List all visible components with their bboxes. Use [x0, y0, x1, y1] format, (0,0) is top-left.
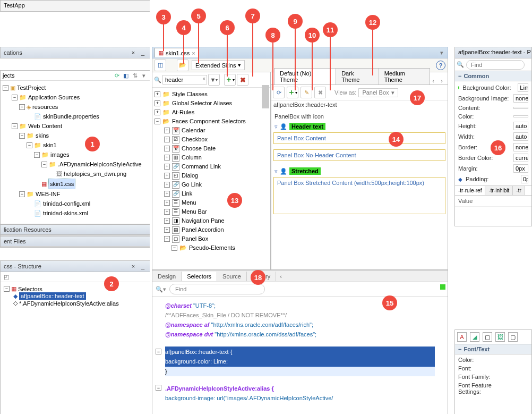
source-find-input[interactable] — [169, 284, 265, 294]
tree-trinidad-skins[interactable]: trinidad-skins.xml — [43, 208, 88, 218]
bg-color-value[interactable]: Lime — [518, 83, 528, 92]
font-color-icon[interactable]: A — [457, 332, 467, 342]
application-selector[interactable]: TestApp — [0, 0, 150, 12]
minimize-icon[interactable]: _ — [139, 49, 147, 56]
bg-image-value[interactable]: none — [513, 94, 528, 103]
tree-images[interactable]: images — [50, 150, 69, 159]
tool-icon[interactable]: ◰ — [3, 273, 10, 281]
sel-faces-component[interactable]: Faces Component Selectors — [172, 117, 246, 126]
expander-icon[interactable]: + — [164, 155, 170, 160]
padding-value[interactable]: 0px — [521, 175, 528, 183]
expander-icon[interactable]: + — [155, 100, 160, 106]
selectors-root[interactable]: Selectors — [18, 286, 42, 292]
selectors-tab[interactable]: Selectors — [182, 272, 217, 281]
margin-value[interactable]: 0px — [513, 164, 528, 173]
border-value[interactable]: none — [513, 143, 528, 151]
tree-trinidad-config[interactable]: trinidad-config.xml — [43, 199, 90, 208]
sel-menu-bar[interactable]: Menu Bar — [182, 207, 207, 216]
tree-skins[interactable]: skins — [36, 131, 49, 140]
sel-global-aliases[interactable]: Global Selector Aliases — [172, 99, 232, 108]
height-value[interactable]: auto — [513, 122, 528, 130]
sel-choose-date[interactable]: Choose Date — [182, 144, 216, 153]
tree-resources[interactable]: resources — [32, 102, 58, 112]
tab-menu-icon[interactable]: ▾ — [438, 49, 445, 56]
expander-icon[interactable]: + — [164, 164, 170, 170]
expander-icon[interactable]: − — [171, 245, 177, 251]
tree-dyn-icon[interactable]: .AFDynamicHelpIconStyleActive — [58, 159, 142, 169]
selector-search-input[interactable] — [162, 75, 207, 85]
expander-icon[interactable]: + — [164, 227, 170, 233]
next-theme-icon[interactable]: › — [438, 77, 445, 85]
tree-webinf[interactable]: WEB-INF — [36, 189, 60, 199]
expander-icon[interactable]: − — [12, 123, 18, 129]
property-find-input[interactable] — [466, 60, 525, 70]
design-tab[interactable]: Design — [152, 272, 182, 281]
disclosure-icon[interactable]: ▿ — [274, 123, 278, 130]
selector-2[interactable]: *.AFDynamicHelpIconStyleActive:alias — [19, 300, 119, 307]
expander-icon[interactable]: − — [27, 142, 32, 148]
file-tab[interactable]: ▦ skin1.css × — [155, 48, 199, 57]
expander-icon[interactable]: − — [34, 152, 40, 158]
image-icon[interactable]: 🖼 — [495, 332, 505, 342]
close-icon[interactable]: × — [130, 263, 137, 270]
prev-theme-icon[interactable]: ‹ — [430, 77, 437, 85]
sel-pseudo-elements[interactable]: Pseudo-Elements — [189, 243, 235, 252]
expander-icon[interactable]: + — [155, 91, 160, 97]
sel-at-rules[interactable]: At-Rules — [172, 108, 194, 117]
refresh-preview-button[interactable]: ⟳ — [273, 87, 285, 98]
box1-icon[interactable]: ▢ — [483, 332, 492, 342]
source-code[interactable]: @charset "UTF-8"; /**ADFFaces_Skin_File … — [152, 297, 448, 407]
selector-1[interactable]: af|panelBox::header-text — [19, 292, 86, 300]
toggle-panel-button[interactable]: ◫ — [155, 60, 166, 71]
minimize-icon[interactable]: _ — [139, 263, 147, 270]
sel-panel-accordion[interactable]: Panel Accordion — [182, 225, 224, 234]
tr-rule-ref-tab[interactable]: -tr-rule-ref — [455, 186, 485, 195]
sort-icon[interactable]: ⇅ — [131, 72, 139, 79]
fold-icon[interactable]: − — [156, 385, 161, 391]
close-icon[interactable]: × — [192, 50, 195, 56]
expander-icon[interactable]: + — [164, 191, 170, 197]
sel-command-link[interactable]: Command Link — [182, 162, 221, 171]
theme-tab-default[interactable]: Default (No) Theme — [274, 68, 336, 85]
source-tab[interactable]: Source — [217, 272, 247, 281]
tabs-nav-icon[interactable]: ‹ — [277, 273, 285, 280]
expander-icon[interactable]: + — [164, 137, 170, 142]
expander-icon[interactable]: + — [164, 209, 170, 215]
width-value[interactable]: auto — [513, 132, 528, 141]
tree-skin1[interactable]: skin1 — [43, 140, 57, 150]
color-value[interactable] — [513, 115, 528, 117]
sel-dialog[interactable]: Dialog — [182, 171, 198, 180]
expander-icon[interactable]: − — [19, 133, 25, 139]
expander-icon[interactable]: + — [155, 109, 160, 115]
expander-icon[interactable]: − — [458, 346, 461, 352]
expander-icon[interactable]: − — [4, 286, 10, 292]
content-value[interactable] — [513, 107, 528, 109]
expander-icon[interactable]: + — [164, 128, 170, 133]
theme-tab-medium[interactable]: Medium Theme — [379, 68, 430, 85]
tree-root[interactable]: TestProject — [17, 83, 46, 92]
expander-icon[interactable]: − — [19, 104, 25, 110]
edit-preview-button[interactable]: ✎ — [301, 87, 312, 98]
tree-bundle[interactable]: skinBundle.properties — [43, 112, 99, 121]
expander-icon[interactable]: − — [3, 85, 8, 91]
tr-inhibit-tab[interactable]: -tr-inhibit — [485, 186, 513, 195]
clear-search-icon[interactable]: × — [202, 76, 205, 82]
sel-column[interactable]: Column — [182, 153, 202, 162]
box2-icon[interactable]: ▢ — [508, 332, 518, 342]
expander-icon[interactable]: − — [164, 236, 170, 242]
sel-nav-pane[interactable]: Navigation Pane — [182, 216, 225, 225]
recent-files-panel[interactable]: ent Files — [0, 236, 150, 248]
expander-icon[interactable]: + — [164, 146, 170, 151]
expander-icon[interactable]: − — [19, 191, 25, 197]
delete-preview-button[interactable]: ✖ — [314, 87, 326, 98]
fold-icon[interactable]: − — [156, 349, 161, 354]
scrollbar-thumb[interactable] — [262, 85, 269, 108]
tree-skin-css[interactable]: skin1.css — [48, 179, 75, 189]
help-icon[interactable]: ? — [436, 61, 445, 70]
refresh-icon[interactable]: ⟳ — [113, 72, 121, 79]
border-color-value[interactable]: curre — [513, 154, 528, 162]
sel-panel-box[interactable]: Panel Box — [182, 234, 208, 243]
sel-checkbox[interactable]: Checkbox — [182, 135, 208, 144]
sel-go-link[interactable]: Go Link — [182, 180, 202, 189]
filter-icon[interactable]: ◧ — [122, 72, 130, 79]
